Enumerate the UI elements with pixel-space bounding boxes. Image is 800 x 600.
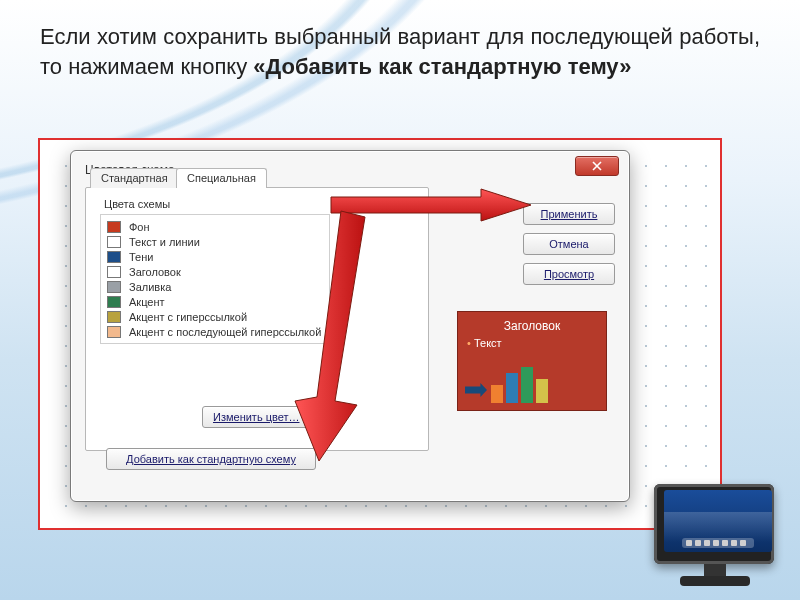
monitor-screen [664,490,772,552]
color-row[interactable]: Заголовок [107,264,323,279]
preview-title: Заголовок [467,319,597,333]
color-row[interactable]: Акцент с последующей гиперссылкой [107,324,323,339]
close-button[interactable] [575,156,619,176]
screenshot-frame: Цветовая схема Стандартная Специальная Ц… [38,138,722,530]
color-swatch [107,251,121,263]
color-label: Заливка [129,281,171,293]
color-swatch [107,326,121,338]
preview-button[interactable]: Просмотр [523,263,615,285]
cancel-button[interactable]: Отмена [523,233,615,255]
color-row[interactable]: Акцент [107,294,323,309]
color-label: Фон [129,221,150,233]
color-swatch [107,281,121,293]
color-label: Тени [129,251,153,263]
color-swatch [107,296,121,308]
color-swatch [107,311,121,323]
color-label: Акцент [129,296,165,308]
preview-shape-arrow-icon [465,383,487,397]
tab-custom[interactable]: Специальная [176,168,267,188]
monitor-illustration [650,484,780,594]
monitor-base [680,576,750,586]
caption-bold: «Добавить как стандартную тему» [253,54,631,79]
color-row[interactable]: Заливка [107,279,323,294]
color-label: Акцент с последующей гиперссылкой [129,326,321,338]
color-swatch [107,236,121,248]
color-list: ФонТекст и линииТениЗаголовокЗаливкаАкце… [100,214,330,344]
color-row[interactable]: Текст и линии [107,234,323,249]
slide-caption: Если хотим сохранить выбранный вариант д… [40,22,760,81]
color-label: Заголовок [129,266,181,278]
group-label: Цвета схемы [104,198,170,210]
add-standard-scheme-button[interactable]: Добавить как стандартную схему [106,448,316,470]
color-scheme-dialog: Цветовая схема Стандартная Специальная Ц… [70,150,630,502]
change-color-button[interactable]: Изменить цвет… [202,406,311,428]
color-row[interactable]: Тени [107,249,323,264]
preview-chart-icon [491,363,548,403]
color-label: Текст и линии [129,236,200,248]
preview-thumbnail: Заголовок Текст [457,311,607,411]
close-icon [592,161,602,171]
color-swatch [107,221,121,233]
color-swatch [107,266,121,278]
tabs-panel: Стандартная Специальная Цвета схемы ФонТ… [85,187,429,451]
tab-standard[interactable]: Стандартная [90,168,179,188]
color-label: Акцент с гиперссылкой [129,311,247,323]
monitor-dock-icon [682,538,754,548]
color-row[interactable]: Фон [107,219,323,234]
preview-text: Текст [467,337,597,349]
monitor-frame [654,484,774,564]
dialog-side-buttons: Применить Отмена Просмотр [515,203,615,285]
color-row[interactable]: Акцент с гиперссылкой [107,309,323,324]
apply-button[interactable]: Применить [523,203,615,225]
